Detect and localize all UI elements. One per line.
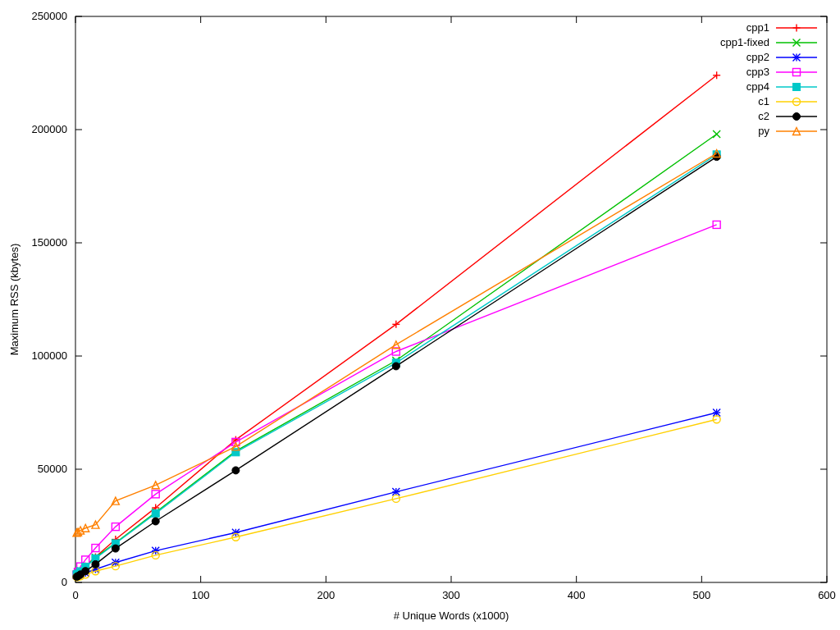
svg-text:100000: 100000 xyxy=(32,349,67,362)
svg-point-158 xyxy=(392,363,399,370)
legend xyxy=(776,25,817,135)
svg-text:150000: 150000 xyxy=(32,236,67,249)
series-cpp2 xyxy=(73,409,720,579)
chart-container: 0100200300400500600050000100000150000200… xyxy=(0,0,840,630)
svg-text:c1: c1 xyxy=(758,95,769,107)
svg-text:100: 100 xyxy=(192,589,210,601)
svg-text:200000: 200000 xyxy=(32,123,67,135)
svg-text:400: 400 xyxy=(568,589,586,601)
series-c1 xyxy=(73,416,720,581)
svg-text:c2: c2 xyxy=(758,110,769,122)
svg-rect-137 xyxy=(232,449,240,456)
svg-text:300: 300 xyxy=(442,589,460,601)
svg-point-157 xyxy=(232,467,240,474)
svg-text:0: 0 xyxy=(72,589,78,601)
line-chart: 0100200300400500600050000100000150000200… xyxy=(0,0,840,630)
svg-text:250000: 250000 xyxy=(32,10,67,22)
svg-point-154 xyxy=(92,560,99,568)
svg-text:cpp3: cpp3 xyxy=(746,66,769,78)
svg-point-188 xyxy=(793,113,801,121)
series-cpp1-fixed xyxy=(73,130,720,578)
svg-rect-136 xyxy=(152,509,159,517)
series-c2 xyxy=(73,153,720,581)
series-cpp3 xyxy=(73,221,720,578)
svg-text:py: py xyxy=(758,125,769,137)
svg-point-155 xyxy=(112,545,119,552)
svg-text:0: 0 xyxy=(62,576,67,588)
svg-point-156 xyxy=(152,518,159,525)
svg-text:500: 500 xyxy=(692,589,710,601)
svg-text:50000: 50000 xyxy=(38,463,67,475)
svg-text:cpp1: cpp1 xyxy=(746,21,769,34)
svg-text:cpp4: cpp4 xyxy=(746,80,769,93)
svg-text:200: 200 xyxy=(317,589,335,601)
svg-text:cpp1-fixed: cpp1-fixed xyxy=(720,36,769,48)
svg-text:cpp2: cpp2 xyxy=(746,51,769,63)
series-py xyxy=(73,149,720,536)
y-axis-label: Maximum RSS (kbytes) xyxy=(8,244,21,356)
svg-point-153 xyxy=(82,568,89,575)
x-axis-label: # Unique Words (x1000) xyxy=(394,609,509,622)
svg-text:600: 600 xyxy=(818,589,836,601)
svg-rect-184 xyxy=(793,84,801,91)
svg-rect-0 xyxy=(75,16,827,582)
